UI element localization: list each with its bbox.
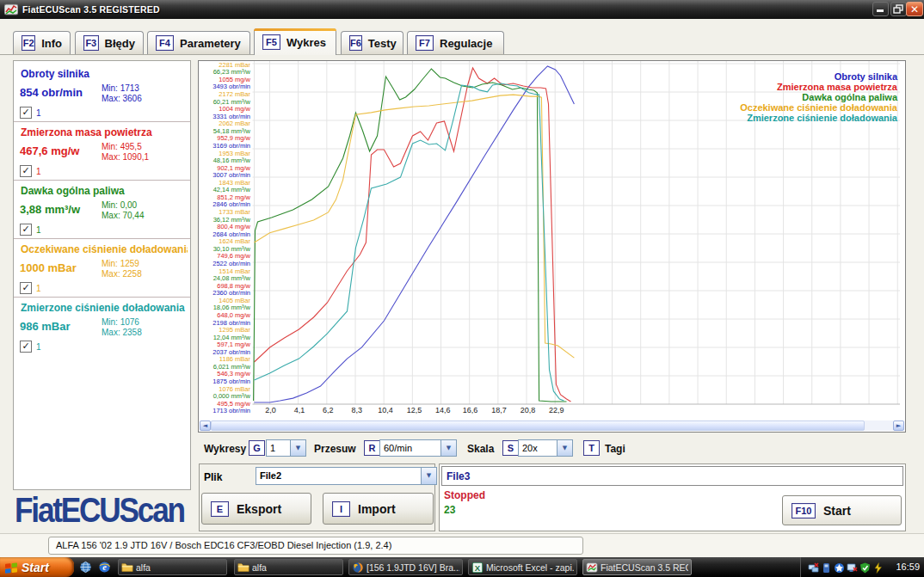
parameter-block: Dawka ogólna paliwa3,88 mm³/wMin: 0,00Ma… (14, 181, 190, 239)
chevron-down-icon[interactable]: ▼ (557, 440, 572, 456)
plik-select[interactable]: File2▼ (256, 467, 437, 485)
session-counter: 23 (444, 504, 455, 516)
przesuw-value: 60/min (384, 443, 412, 453)
app-logo: FiatECUScan (15, 491, 184, 530)
scroll-right-button[interactable]: ► (893, 420, 904, 431)
tagi-label: Tagi (605, 443, 625, 455)
power-icon[interactable] (872, 562, 884, 573)
title-bar: FiatECUScan 3.5 REGISTERED ✕ (0, 0, 924, 19)
session-file-input[interactable]: File3 (441, 466, 903, 486)
start-button-label: Start (823, 504, 851, 518)
windows-flag-icon (4, 562, 18, 574)
chevron-down-icon[interactable]: ▼ (421, 468, 436, 484)
start-label: Start (22, 561, 49, 574)
skala-label: Skala (467, 443, 494, 455)
tab-wykres[interactable]: F5Wykres (254, 28, 336, 55)
folder-icon (121, 562, 133, 574)
scrollbar-thumb[interactable] (211, 420, 865, 431)
eksport-button[interactable]: E Eksport (201, 493, 311, 525)
shield-check-icon[interactable] (859, 562, 871, 573)
tab-info[interactable]: F2Info (13, 31, 71, 54)
parameter-checkbox[interactable]: ✓ (20, 224, 32, 236)
parameter-checkbox[interactable]: ✓ (20, 165, 32, 177)
x-axis-label: 12,5 (400, 406, 429, 414)
session-status: Stopped (444, 489, 485, 501)
tab-strip-line (0, 54, 924, 55)
wykresy-select[interactable]: 1▼ (266, 439, 306, 457)
taskbar-clock: 16:59 (896, 562, 920, 572)
parameter-value: 3,88 mm³/w (20, 203, 80, 216)
chart-scrollbar[interactable]: ◄ ► (200, 420, 904, 431)
tab-key: F4 (156, 35, 174, 51)
scroll-left-button[interactable]: ◄ (200, 420, 211, 431)
window-title: FiatECUScan 3.5 REGISTERED (22, 4, 160, 15)
import-button[interactable]: I Import (323, 493, 434, 525)
y-axis-label: 1713 obr/min (200, 407, 250, 414)
minimize-button[interactable] (872, 2, 889, 16)
series-line-2 (254, 69, 567, 402)
parameter-min: Min: 0,00 (102, 200, 137, 210)
taskbar-button[interactable]: alfa (234, 559, 343, 575)
parameter-max: Max: 2358 (102, 328, 142, 337)
start-button[interactable]: F10 Start (782, 495, 902, 525)
network-x-icon[interactable] (808, 562, 819, 573)
ie-icon[interactable]: e (98, 561, 111, 574)
parameter-value: 467,6 mg/w (20, 144, 79, 157)
chart-legend: Obroty silnikaZmierzona masa powietrzaDa… (740, 71, 897, 123)
skala-select[interactable]: 20x▼ (518, 439, 573, 457)
fiatecuscan-icon (586, 562, 598, 574)
restore-button[interactable] (890, 2, 907, 16)
x-axis-label: 14,6 (428, 406, 458, 414)
usb-icon[interactable] (821, 562, 832, 573)
parameter-checkbox[interactable]: ✓ (20, 282, 32, 294)
chevron-down-icon[interactable]: ▼ (290, 440, 305, 456)
parameter-name: Zmierzona masa powietrza (21, 126, 188, 138)
parameter-value: 854 obr/min (20, 86, 83, 99)
legend-entry: Oczekiwane ciśnienie doładowania (740, 102, 897, 113)
windows-taskbar: Start e alfaalfa[156 1.9JTD 16V] Bra...X… (0, 557, 924, 577)
skala-key: S (502, 440, 519, 456)
close-button[interactable]: ✕ (906, 2, 923, 16)
globe-icon[interactable] (79, 561, 92, 574)
tab-parametery[interactable]: F4Parametery (147, 31, 250, 54)
parameter-check-label: 1 (36, 108, 41, 118)
parameter-check-label: 1 (36, 225, 41, 235)
parameter-max: Max: 1090,1 (102, 152, 149, 162)
taskbar-button[interactable]: FiatECUScan 3.5 REG... (582, 559, 692, 575)
folder-icon (237, 562, 249, 574)
tab-błędy[interactable]: F3Błędy (75, 31, 144, 54)
taskbar-button[interactable]: alfa (118, 559, 227, 575)
excel-icon: X (471, 562, 484, 574)
parameter-checkbox[interactable]: ✓ (20, 341, 32, 353)
tagi-key: T (583, 440, 600, 456)
x-axis-label: 22,9 (542, 406, 571, 414)
taskbar-button[interactable]: [156 1.9JTD 16V] Bra... (348, 559, 463, 575)
display-x-icon[interactable] (847, 562, 858, 573)
x-axis-label: 16,6 (456, 406, 485, 414)
x-axis-label: 8,3 (342, 406, 372, 414)
parameter-block: Oczekiwane ciśnienie doładowania1000 mBa… (14, 239, 190, 298)
parameter-check-label: 1 (36, 342, 41, 352)
parameter-checkbox[interactable]: ✓ (20, 107, 32, 119)
tab-testy[interactable]: F6Testy (341, 31, 403, 54)
tab-label: Regulacje (440, 37, 492, 50)
taskbar-button-label: [156 1.9JTD 16V] Bra... (367, 562, 459, 573)
przesuw-key: R (364, 440, 380, 456)
wykresy-label: Wykresy (204, 443, 246, 455)
status-bar: ALFA 156 '02 1.9 JTD 16V / Bosch EDC16 C… (0, 533, 924, 557)
parameter-value: 1000 mBar (20, 261, 77, 274)
tab-regulacje[interactable]: F7Regulacje (407, 31, 504, 54)
updates-icon[interactable] (834, 562, 845, 573)
wykresy-key: G (249, 440, 265, 456)
start-menu-button[interactable]: Start (0, 557, 74, 577)
tab-key: F5 (262, 34, 280, 50)
tab-label: Testy (368, 37, 397, 50)
tab-key: F6 (349, 35, 362, 51)
plik-value: File2 (260, 470, 281, 481)
app-icon (4, 3, 18, 16)
chevron-down-icon[interactable]: ▼ (440, 440, 456, 456)
taskbar-button[interactable]: XMicrosoft Excel - zapi... (468, 559, 577, 575)
eksport-button-label: Eksport (237, 502, 281, 516)
parameter-name: Zmierzone ciśnienie doładowania (21, 302, 188, 314)
przesuw-select[interactable]: 60/min▼ (379, 439, 457, 457)
